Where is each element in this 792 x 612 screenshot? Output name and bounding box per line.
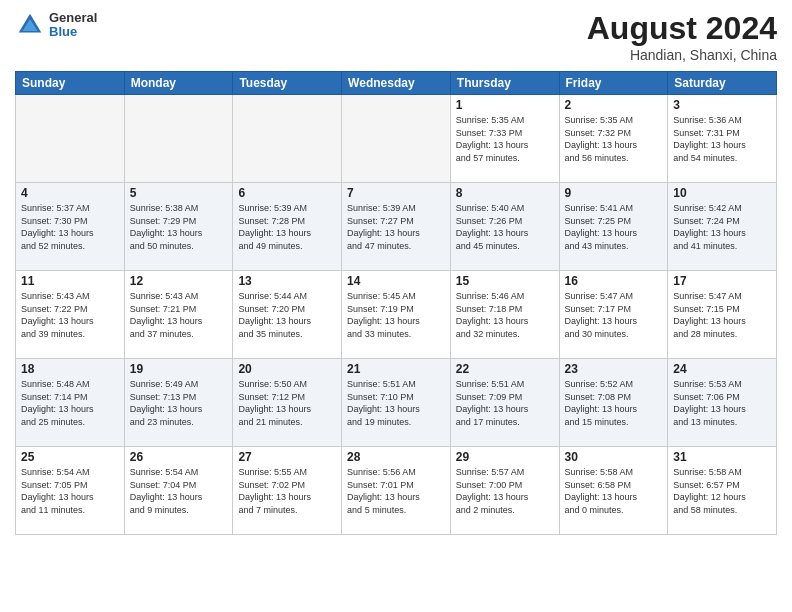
day-number: 16	[565, 274, 663, 288]
day-number: 6	[238, 186, 336, 200]
table-row	[124, 95, 233, 183]
day-number: 11	[21, 274, 119, 288]
day-number: 10	[673, 186, 771, 200]
cell-info: Sunrise: 5:39 AMSunset: 7:28 PMDaylight:…	[238, 202, 336, 252]
day-number: 21	[347, 362, 445, 376]
day-number: 20	[238, 362, 336, 376]
cell-info: Sunrise: 5:43 AMSunset: 7:21 PMDaylight:…	[130, 290, 228, 340]
table-row: 29Sunrise: 5:57 AMSunset: 7:00 PMDayligh…	[450, 447, 559, 535]
cell-info: Sunrise: 5:36 AMSunset: 7:31 PMDaylight:…	[673, 114, 771, 164]
cell-info: Sunrise: 5:35 AMSunset: 7:32 PMDaylight:…	[565, 114, 663, 164]
day-number: 2	[565, 98, 663, 112]
day-number: 5	[130, 186, 228, 200]
calendar-week-row: 11Sunrise: 5:43 AMSunset: 7:22 PMDayligh…	[16, 271, 777, 359]
logo-general: General	[49, 11, 97, 25]
cell-info: Sunrise: 5:48 AMSunset: 7:14 PMDaylight:…	[21, 378, 119, 428]
cell-info: Sunrise: 5:54 AMSunset: 7:05 PMDaylight:…	[21, 466, 119, 516]
table-row: 30Sunrise: 5:58 AMSunset: 6:58 PMDayligh…	[559, 447, 668, 535]
cell-info: Sunrise: 5:58 AMSunset: 6:57 PMDaylight:…	[673, 466, 771, 516]
table-row: 8Sunrise: 5:40 AMSunset: 7:26 PMDaylight…	[450, 183, 559, 271]
cell-info: Sunrise: 5:57 AMSunset: 7:00 PMDaylight:…	[456, 466, 554, 516]
calendar-header-row: Sunday Monday Tuesday Wednesday Thursday…	[16, 72, 777, 95]
cell-info: Sunrise: 5:40 AMSunset: 7:26 PMDaylight:…	[456, 202, 554, 252]
day-number: 19	[130, 362, 228, 376]
month-year: August 2024	[587, 10, 777, 47]
table-row: 21Sunrise: 5:51 AMSunset: 7:10 PMDayligh…	[342, 359, 451, 447]
cell-info: Sunrise: 5:46 AMSunset: 7:18 PMDaylight:…	[456, 290, 554, 340]
calendar-week-row: 4Sunrise: 5:37 AMSunset: 7:30 PMDaylight…	[16, 183, 777, 271]
calendar-week-row: 18Sunrise: 5:48 AMSunset: 7:14 PMDayligh…	[16, 359, 777, 447]
table-row: 24Sunrise: 5:53 AMSunset: 7:06 PMDayligh…	[668, 359, 777, 447]
title-block: August 2024 Handian, Shanxi, China	[587, 10, 777, 63]
logo-icon	[15, 10, 45, 40]
table-row: 6Sunrise: 5:39 AMSunset: 7:28 PMDaylight…	[233, 183, 342, 271]
cell-info: Sunrise: 5:38 AMSunset: 7:29 PMDaylight:…	[130, 202, 228, 252]
col-wednesday: Wednesday	[342, 72, 451, 95]
day-number: 14	[347, 274, 445, 288]
table-row: 27Sunrise: 5:55 AMSunset: 7:02 PMDayligh…	[233, 447, 342, 535]
table-row: 4Sunrise: 5:37 AMSunset: 7:30 PMDaylight…	[16, 183, 125, 271]
col-sunday: Sunday	[16, 72, 125, 95]
table-row	[342, 95, 451, 183]
day-number: 7	[347, 186, 445, 200]
table-row: 7Sunrise: 5:39 AMSunset: 7:27 PMDaylight…	[342, 183, 451, 271]
day-number: 8	[456, 186, 554, 200]
col-saturday: Saturday	[668, 72, 777, 95]
table-row: 28Sunrise: 5:56 AMSunset: 7:01 PMDayligh…	[342, 447, 451, 535]
day-number: 3	[673, 98, 771, 112]
day-number: 22	[456, 362, 554, 376]
cell-info: Sunrise: 5:35 AMSunset: 7:33 PMDaylight:…	[456, 114, 554, 164]
header: General Blue August 2024 Handian, Shanxi…	[15, 10, 777, 63]
table-row: 23Sunrise: 5:52 AMSunset: 7:08 PMDayligh…	[559, 359, 668, 447]
cell-info: Sunrise: 5:47 AMSunset: 7:17 PMDaylight:…	[565, 290, 663, 340]
col-tuesday: Tuesday	[233, 72, 342, 95]
cell-info: Sunrise: 5:42 AMSunset: 7:24 PMDaylight:…	[673, 202, 771, 252]
logo: General Blue	[15, 10, 97, 40]
cell-info: Sunrise: 5:58 AMSunset: 6:58 PMDaylight:…	[565, 466, 663, 516]
col-monday: Monday	[124, 72, 233, 95]
table-row: 22Sunrise: 5:51 AMSunset: 7:09 PMDayligh…	[450, 359, 559, 447]
col-friday: Friday	[559, 72, 668, 95]
cell-info: Sunrise: 5:56 AMSunset: 7:01 PMDaylight:…	[347, 466, 445, 516]
cell-info: Sunrise: 5:53 AMSunset: 7:06 PMDaylight:…	[673, 378, 771, 428]
cell-info: Sunrise: 5:49 AMSunset: 7:13 PMDaylight:…	[130, 378, 228, 428]
cell-info: Sunrise: 5:51 AMSunset: 7:10 PMDaylight:…	[347, 378, 445, 428]
cell-info: Sunrise: 5:45 AMSunset: 7:19 PMDaylight:…	[347, 290, 445, 340]
calendar: Sunday Monday Tuesday Wednesday Thursday…	[15, 71, 777, 535]
day-number: 30	[565, 450, 663, 464]
table-row: 20Sunrise: 5:50 AMSunset: 7:12 PMDayligh…	[233, 359, 342, 447]
table-row: 9Sunrise: 5:41 AMSunset: 7:25 PMDaylight…	[559, 183, 668, 271]
calendar-week-row: 25Sunrise: 5:54 AMSunset: 7:05 PMDayligh…	[16, 447, 777, 535]
table-row: 12Sunrise: 5:43 AMSunset: 7:21 PMDayligh…	[124, 271, 233, 359]
cell-info: Sunrise: 5:41 AMSunset: 7:25 PMDaylight:…	[565, 202, 663, 252]
logo-text: General Blue	[49, 11, 97, 40]
table-row: 2Sunrise: 5:35 AMSunset: 7:32 PMDaylight…	[559, 95, 668, 183]
day-number: 13	[238, 274, 336, 288]
table-row	[233, 95, 342, 183]
table-row: 16Sunrise: 5:47 AMSunset: 7:17 PMDayligh…	[559, 271, 668, 359]
cell-info: Sunrise: 5:39 AMSunset: 7:27 PMDaylight:…	[347, 202, 445, 252]
location: Handian, Shanxi, China	[587, 47, 777, 63]
cell-info: Sunrise: 5:50 AMSunset: 7:12 PMDaylight:…	[238, 378, 336, 428]
cell-info: Sunrise: 5:47 AMSunset: 7:15 PMDaylight:…	[673, 290, 771, 340]
day-number: 17	[673, 274, 771, 288]
day-number: 18	[21, 362, 119, 376]
day-number: 9	[565, 186, 663, 200]
day-number: 1	[456, 98, 554, 112]
table-row: 3Sunrise: 5:36 AMSunset: 7:31 PMDaylight…	[668, 95, 777, 183]
cell-info: Sunrise: 5:43 AMSunset: 7:22 PMDaylight:…	[21, 290, 119, 340]
table-row: 11Sunrise: 5:43 AMSunset: 7:22 PMDayligh…	[16, 271, 125, 359]
table-row: 19Sunrise: 5:49 AMSunset: 7:13 PMDayligh…	[124, 359, 233, 447]
cell-info: Sunrise: 5:55 AMSunset: 7:02 PMDaylight:…	[238, 466, 336, 516]
day-number: 28	[347, 450, 445, 464]
cell-info: Sunrise: 5:52 AMSunset: 7:08 PMDaylight:…	[565, 378, 663, 428]
day-number: 25	[21, 450, 119, 464]
table-row: 13Sunrise: 5:44 AMSunset: 7:20 PMDayligh…	[233, 271, 342, 359]
day-number: 12	[130, 274, 228, 288]
table-row: 17Sunrise: 5:47 AMSunset: 7:15 PMDayligh…	[668, 271, 777, 359]
table-row: 26Sunrise: 5:54 AMSunset: 7:04 PMDayligh…	[124, 447, 233, 535]
table-row: 1Sunrise: 5:35 AMSunset: 7:33 PMDaylight…	[450, 95, 559, 183]
col-thursday: Thursday	[450, 72, 559, 95]
day-number: 15	[456, 274, 554, 288]
table-row: 14Sunrise: 5:45 AMSunset: 7:19 PMDayligh…	[342, 271, 451, 359]
